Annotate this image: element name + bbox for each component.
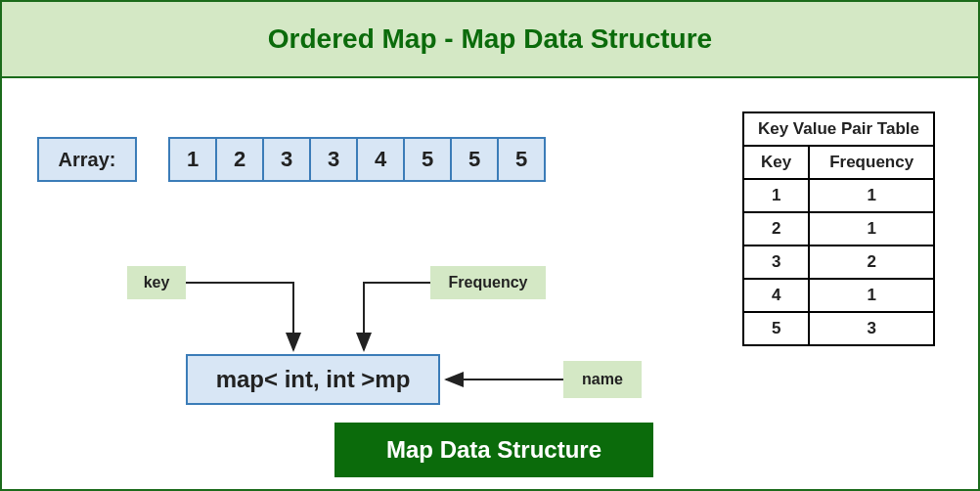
table-cell-freq: 1 [809, 179, 934, 212]
array-label: Array: [37, 137, 137, 182]
table-cell-key: 4 [743, 279, 809, 312]
map-declaration: map< int, int >mp [186, 354, 440, 405]
array-cell: 3 [262, 137, 311, 182]
footer-label: Map Data Structure [334, 423, 653, 477]
array-cell: 5 [403, 137, 452, 182]
table-cell-key: 3 [743, 246, 809, 279]
array-cell: 1 [168, 137, 217, 182]
table-row: 4 1 [743, 279, 934, 312]
array-cell: 5 [497, 137, 546, 182]
table-title: Key Value Pair Table [743, 112, 934, 146]
array-cell: 2 [215, 137, 264, 182]
table-row: 5 3 [743, 312, 934, 345]
table-cell-freq: 1 [809, 279, 934, 312]
array-cell: 4 [356, 137, 405, 182]
table-row: 3 2 [743, 246, 934, 279]
table-cell-key: 5 [743, 312, 809, 345]
table-cell-key: 2 [743, 212, 809, 246]
tag-frequency: Frequency [430, 266, 546, 299]
tag-key: key [127, 266, 186, 299]
tag-name: name [563, 361, 642, 398]
table-header-key: Key [743, 146, 809, 179]
table-cell-freq: 1 [809, 212, 934, 246]
table-row: 1 1 [743, 179, 934, 212]
array-cell: 5 [450, 137, 499, 182]
key-value-table: Key Value Pair Table Key Frequency 1 1 2… [742, 112, 935, 346]
header-bar: Ordered Map - Map Data Structure [2, 2, 978, 78]
array-cell: 3 [309, 137, 358, 182]
table-header-freq: Frequency [809, 146, 934, 179]
table-cell-key: 1 [743, 179, 809, 212]
diagram-frame: Ordered Map - Map Data Structure Array: … [0, 0, 980, 491]
table-row: 2 1 [743, 212, 934, 246]
array-cells: 1 2 3 3 4 5 5 5 [168, 137, 546, 182]
table-cell-freq: 3 [809, 312, 934, 345]
content-area: Array: 1 2 3 3 4 5 5 5 key Frequency nam… [2, 78, 978, 489]
page-title: Ordered Map - Map Data Structure [268, 23, 712, 55]
table-cell-freq: 2 [809, 246, 934, 279]
